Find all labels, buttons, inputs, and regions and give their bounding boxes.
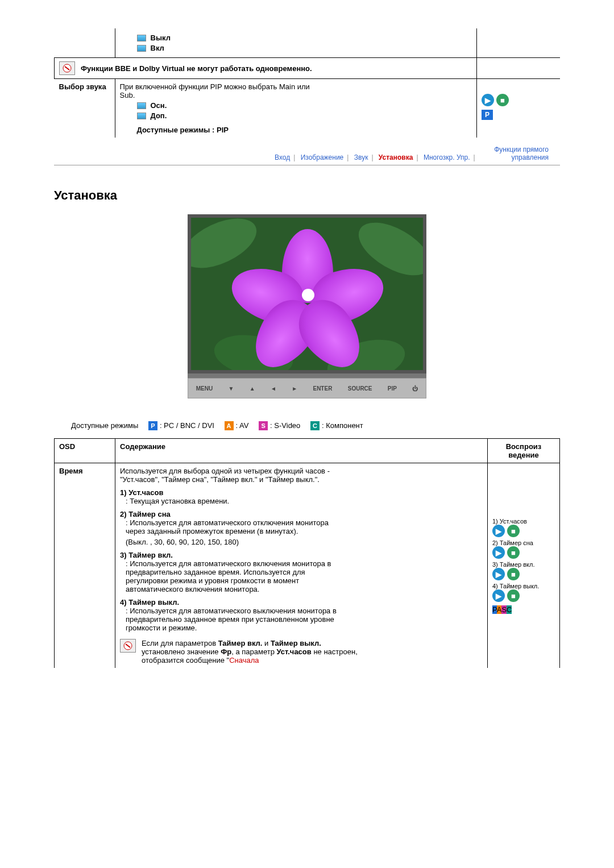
option-main: Осн.	[137, 101, 472, 110]
modes-p: : PC / BNC / DVI	[160, 421, 214, 430]
playback-icons: ▶■ P	[482, 82, 555, 120]
on-timer-text: : Используется для автоматического включ…	[126, 559, 342, 593]
side-off-timer: 4) Таймер выкл.	[492, 583, 555, 589]
off-timer-text: : Используется для автоматического выклю…	[126, 607, 342, 632]
nav-input[interactable]: Вход	[275, 153, 290, 161]
stop-icon[interactable]: ■	[496, 94, 509, 106]
bullet-icon	[137, 102, 146, 109]
p-tag-icon: P	[148, 421, 157, 430]
bullet-icon	[137, 45, 146, 52]
nav-setup[interactable]: Установка	[379, 153, 413, 161]
side-on-timer: 3) Таймер вкл.	[492, 561, 555, 568]
monitor-buttons: MENU ▼ ▲ ◄ ► ENTER SOURCE PIP ⏻	[188, 378, 426, 398]
btn-down[interactable]: ▼	[228, 385, 234, 392]
note-text: Функции BBE и Dolby Virtual не могут раб…	[81, 64, 312, 73]
modes-a: : AV	[236, 421, 249, 430]
stop-icon[interactable]: ■	[507, 525, 520, 537]
col-playback: Воспроиз ведение	[488, 439, 560, 463]
nav-multi[interactable]: Многозкр. Упр.	[424, 153, 470, 161]
play-icon[interactable]: ▶	[492, 525, 505, 537]
section-title: Установка	[54, 188, 560, 203]
btn-up[interactable]: ▲	[250, 385, 255, 392]
clock-set-text: : Текущая установка времени.	[126, 497, 483, 505]
play-icon[interactable]: ▶	[492, 589, 505, 602]
timer-note: Если для параметров Таймер вкл. и Таймер…	[142, 639, 358, 665]
nav-sound[interactable]: Звук	[354, 153, 368, 161]
modes-label: Доступные режимы	[71, 421, 138, 430]
sleep-timer-heading: 2) Таймер сна	[120, 510, 483, 518]
monitor-illustration: MENU ▼ ▲ ◄ ► ENTER SOURCE PIP ⏻	[188, 214, 426, 398]
p-tag-icon: P	[492, 605, 497, 614]
divider	[54, 165, 560, 165]
nav-direct[interactable]: Функции прямого управления	[480, 146, 549, 161]
play-icon[interactable]: ▶	[482, 94, 494, 106]
on-timer-heading: 3) Таймер вкл.	[120, 551, 483, 559]
s-tag-icon: S	[259, 421, 268, 430]
option-sub: Доп.	[137, 111, 472, 120]
section-nav: Вход| Изображение| Звук| Установка| Мног…	[54, 146, 560, 161]
sound-select-desc: При включенной функции PIP можно выбрать…	[120, 82, 325, 99]
btn-pip[interactable]: PIP	[388, 385, 397, 392]
btn-left[interactable]: ◄	[271, 385, 276, 392]
modes-c: : Компонент	[322, 421, 363, 430]
btn-menu[interactable]: MENU	[196, 385, 213, 392]
play-icon[interactable]: ▶	[492, 546, 505, 559]
c-tag-icon: C	[310, 421, 320, 430]
top-table: Выкл Вкл Функции BBE и Dolby Virtual не …	[54, 28, 560, 138]
stop-icon[interactable]: ■	[507, 568, 520, 580]
clock-set-heading: 1) Уст.часов	[120, 488, 483, 497]
sound-select-label: Выбор звука	[55, 79, 115, 138]
off-timer-heading: 4) Таймер выкл.	[120, 598, 483, 607]
play-icon[interactable]: ▶	[492, 568, 505, 580]
btn-enter[interactable]: ENTER	[313, 385, 332, 392]
stop-icon[interactable]: ■	[507, 546, 520, 559]
btn-power[interactable]: ⏻	[412, 385, 418, 392]
p-tag-icon: P	[482, 110, 493, 120]
mode-tags: PASC	[492, 605, 555, 614]
a-tag-icon: A	[225, 421, 234, 430]
bullet-icon	[137, 35, 146, 41]
sleep-timer-values: (Выкл. , 30, 60, 90, 120, 150, 180)	[126, 538, 483, 546]
monitor-screen	[188, 214, 426, 373]
available-modes-legend: Доступные режимы P: PC / BNC / DVI A: AV…	[71, 421, 560, 430]
side-sleep-timer: 2) Таймер сна	[492, 539, 555, 546]
option-label: Осн.	[151, 101, 167, 110]
note-icon	[59, 61, 75, 75]
side-clock-set: 1) Уст.часов	[492, 518, 555, 525]
bullet-icon	[137, 113, 146, 119]
modes-s: : S-Video	[270, 421, 300, 430]
col-osd: OSD	[55, 439, 115, 463]
nav-picture[interactable]: Изображение	[301, 153, 344, 161]
col-content: Содержание	[115, 439, 488, 463]
time-intro: Используется для выбора одной из четырех…	[120, 467, 359, 484]
btn-source[interactable]: SOURCE	[348, 385, 372, 392]
s-tag-icon: S	[501, 605, 507, 614]
stop-icon[interactable]: ■	[507, 589, 520, 602]
btn-right[interactable]: ►	[292, 385, 297, 392]
option-off: Выкл	[137, 34, 472, 42]
note-icon	[120, 639, 136, 653]
available-modes: Доступные режимы : PIP	[137, 126, 472, 134]
c-tag-icon: C	[507, 605, 512, 614]
row-time-label: Время	[55, 463, 115, 668]
option-on: Вкл	[137, 44, 472, 52]
option-label: Выкл	[151, 34, 171, 42]
setup-table: OSD Содержание Воспроиз ведение Время Ис…	[54, 438, 560, 668]
sleep-timer-text: : Используется для автоматического отклю…	[126, 518, 342, 535]
option-label: Доп.	[151, 111, 167, 120]
option-label: Вкл	[151, 44, 164, 52]
